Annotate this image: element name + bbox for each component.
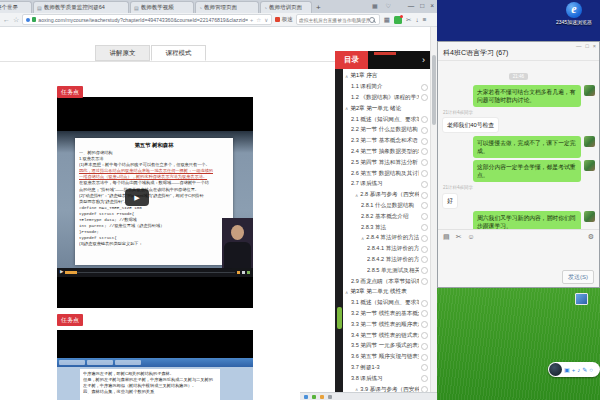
pen-icon[interactable]: ✎	[582, 367, 587, 373]
progress-circle-icon	[421, 84, 428, 91]
toc-item[interactable]: 2.7 课后练习	[343, 179, 430, 190]
tab-title: 教师管理页面	[204, 4, 237, 11]
toc-item[interactable]: 2.4 第三节 抽象数据类型的表示…	[343, 147, 430, 158]
tab-lecture-text[interactable]: 讲解原文	[95, 45, 150, 61]
toc-item[interactable]: ∧2.8 慕课与参考（西安科技大…	[343, 190, 430, 201]
page-scrollbar-thumb[interactable]	[432, 55, 436, 125]
chevron-down-icon[interactable]: ∨	[264, 17, 268, 23]
video-progress-bar[interactable]	[65, 272, 235, 273]
toc-item[interactable]: 3.2 第一节 线性表的基本概念	[343, 309, 430, 320]
search-input[interactable]: 虚拟主机后台直播被当作电脑使用中	[296, 14, 380, 25]
toc-item[interactable]: 2.8.4.1 算法评价的方法（1）	[343, 244, 430, 255]
toc-item[interactable]: 3.8 课后练习	[343, 373, 430, 384]
site-info-icon[interactable]	[26, 18, 30, 22]
toc-item[interactable]: 3.1 概述（知识网点、要求等）	[343, 298, 430, 309]
close-button[interactable]: ×	[430, 2, 434, 9]
toc-item[interactable]: 2.8.5 单元测试及相关学习资料	[343, 265, 430, 276]
screenshot-scissors-icon[interactable]: ✂	[456, 233, 462, 241]
avatar[interactable]	[584, 211, 595, 222]
video-volume-icon[interactable]	[242, 271, 245, 274]
play-button[interactable]: ▶	[125, 189, 149, 206]
record-icon[interactable]: ○	[589, 367, 593, 373]
send-button[interactable]: 发送(S)	[562, 270, 594, 284]
video-fullscreen-icon[interactable]	[247, 271, 250, 274]
music-icon[interactable]: ♪	[577, 367, 580, 373]
browser-tab[interactable]: ▤教师教学视频	[130, 1, 194, 13]
grid-icon[interactable]: ▦	[372, 2, 378, 9]
wechat-close-button[interactable]: ×	[593, 43, 596, 49]
menu-icon[interactable]: ≡	[423, 16, 427, 23]
url-text[interactable]: aoxing.com/mycourse/teacherstudy?chapter…	[38, 17, 248, 23]
toc-item[interactable]: 2.2 第一节 什么是数据结构	[343, 125, 430, 136]
toc-item[interactable]: 2.3 第二节 基本概念和术语	[343, 136, 430, 147]
video-player-1[interactable]: 第五节 树和森林一、树的存储结构1.双亲表示法(1)基本思想：树中每个结点的孩子…	[57, 97, 253, 308]
toc-item-label: 2.8.4.2 算法评价的方法（2）	[367, 256, 419, 264]
floating-tool-pill[interactable]: ▣+♪✎○	[548, 362, 600, 377]
video-player-2[interactable]: 中序遍历左子树，即树C相关的树结构的子森林。但是，树的左子树与森林的左子树，中序…	[57, 330, 253, 400]
home-star-icon[interactable]: ☆	[13, 16, 19, 23]
avatar[interactable]	[584, 160, 595, 171]
toc-scrollbar-thumb[interactable]	[337, 307, 342, 329]
taskbar-app-icon[interactable]	[312, 395, 316, 399]
video-play-icon[interactable]: ▶	[60, 270, 63, 275]
toc-item[interactable]: 3.7 例题1-3	[343, 363, 430, 374]
toc-chapter[interactable]: ∧第1章 序言	[343, 71, 430, 82]
taskbar-app-icon[interactable]	[328, 395, 332, 399]
wechat-maximize-button[interactable]: □	[585, 43, 588, 49]
taskbar-app-icon[interactable]	[304, 395, 308, 399]
toc-chapter[interactable]: ∧第2章 第一单元 绪论	[343, 103, 430, 114]
search-icon[interactable]	[369, 17, 375, 23]
pill-logo-icon[interactable]	[549, 363, 562, 376]
taskbar-app-icon[interactable]	[320, 395, 324, 399]
gear-icon[interactable]: ⚙	[588, 233, 594, 241]
clipboard-icon[interactable]: ▤	[443, 233, 450, 241]
toc-item[interactable]: 2.8.3 算法	[343, 222, 430, 233]
toc-item[interactable]: 2.8.2 基本概念介绍	[343, 211, 430, 222]
video1-controls[interactable]: ▶	[57, 268, 253, 277]
toc-item[interactable]: 3.3 第二节 线性表的顺序表示和…	[343, 319, 430, 330]
desktop-shortcut-browser[interactable]: e 2345加速浏览器	[551, 2, 597, 25]
scissors-icon[interactable]: ✂	[406, 16, 411, 24]
toc-item[interactable]: 2.8.1 什么是数据结构	[343, 201, 430, 212]
toc-item[interactable]: 3.6 第五节 顺序实现与链表实现…	[343, 352, 430, 363]
download-icon[interactable]: ↓	[415, 16, 418, 23]
toc-item[interactable]: 2.1 概述（知识网点、要求等）	[343, 114, 430, 125]
back-icon[interactable]: ←	[3, 16, 10, 23]
toc-item[interactable]: 2.6 第五节 数据结构及其讨论和…	[343, 168, 430, 179]
avatar[interactable]	[584, 85, 595, 96]
new-tab-button[interactable]: +	[316, 3, 321, 12]
tab-course-mode[interactable]: 课程模式	[151, 45, 206, 61]
video-setting-icon[interactable]	[237, 271, 240, 274]
toc-item[interactable]: 3.5 第四节 一元多项式的表示及…	[343, 341, 430, 352]
wechat-minimize-button[interactable]: —	[576, 43, 582, 49]
toc-collapse-button[interactable]: ›	[417, 51, 430, 69]
toc-item[interactable]: 1.1 课程简介	[343, 82, 430, 93]
heart-icon[interactable]: ♡	[386, 2, 391, 9]
toc-item[interactable]: 2.5 第四节 算法和算法分析	[343, 157, 430, 168]
toc-item[interactable]: 1.2 《数据结构》课程的学习与考试	[343, 93, 430, 104]
toc-item[interactable]: 2.9 画龙点睛（本章节知识串讲与…	[343, 276, 430, 287]
add-bookmark-icon[interactable]: +	[250, 17, 253, 23]
toc-chapter[interactable]: ∧第3章 第二单元 线性表	[343, 287, 430, 298]
minimize-button[interactable]: —	[408, 2, 415, 9]
maximize-button[interactable]: □	[420, 2, 424, 9]
translate-icon[interactable]	[394, 16, 402, 24]
browser-tab[interactable]: ◔教师培训页面	[260, 1, 312, 13]
speed-mode-badge[interactable]: 极速	[275, 16, 293, 23]
browser-tab[interactable]: 整个世界	[0, 1, 32, 13]
toc-item[interactable]: ∧2.8.4 算法评价的方法	[343, 233, 430, 244]
screen-icon[interactable]: ▣	[564, 367, 570, 373]
toc-item[interactable]: 3.4 第三节 线性表的链式表示和…	[343, 330, 430, 341]
avatar[interactable]	[584, 136, 595, 147]
toc-item[interactable]: 2.8.4.2 算法评价的方法（2）	[343, 255, 430, 266]
favorite-star-icon[interactable]: ☆	[256, 17, 261, 23]
plus-icon[interactable]: +	[572, 367, 576, 373]
browser-tab[interactable]: ◔教师管理页面	[195, 1, 259, 13]
desktop-shortcut-icon[interactable]	[575, 293, 588, 305]
browser-tab[interactable]: ▤教师教学质量监控问题64	[33, 1, 129, 13]
message-input[interactable]	[438, 243, 599, 269]
apps-grid-icon[interactable]: ▦	[384, 16, 390, 24]
emoji-icon[interactable]: ☺	[468, 233, 475, 240]
url-field[interactable]: aoxing.com/mycourse/teacherstudy?chapter…	[22, 14, 272, 25]
page-scrollbar[interactable]	[430, 27, 437, 400]
